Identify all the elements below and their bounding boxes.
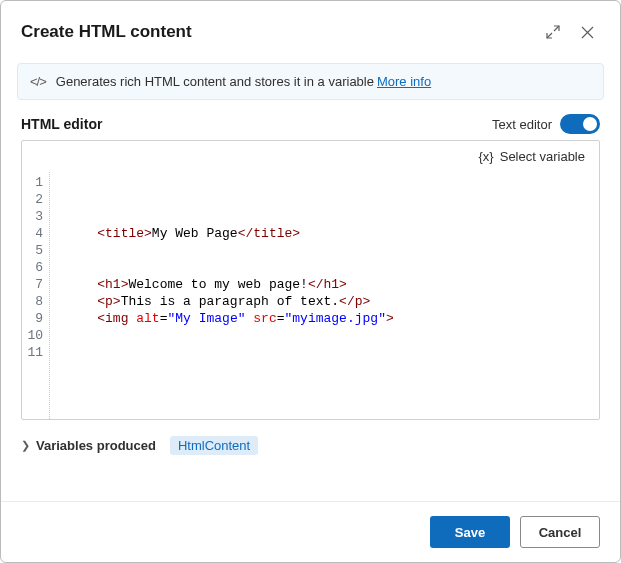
code-line[interactable] <box>66 174 599 191</box>
line-number: 7 <box>22 276 43 293</box>
more-info-link[interactable]: More info <box>377 74 431 89</box>
variables-label: Variables produced <box>36 438 156 453</box>
editor-label: HTML editor <box>21 116 492 132</box>
select-variable-button[interactable]: Select variable <box>500 149 585 164</box>
line-number: 9 <box>22 310 43 327</box>
code-line[interactable] <box>66 208 599 225</box>
chevron-right-icon: ❯ <box>21 439 30 452</box>
cancel-button[interactable]: Cancel <box>520 516 600 548</box>
code-line[interactable]: <p>This is a paragraph of text.</p> <box>66 293 599 310</box>
variable-pill[interactable]: HtmlContent <box>170 436 258 455</box>
text-editor-label: Text editor <box>492 117 552 132</box>
editor-header-row: HTML editor Text editor <box>21 114 600 134</box>
text-editor-toggle[interactable] <box>560 114 600 134</box>
line-number: 4 <box>22 225 43 242</box>
line-gutter: 1234567891011 <box>22 172 50 419</box>
line-number: 2 <box>22 191 43 208</box>
code-lines[interactable]: <title>My Web Page</title> <h1>Welcome t… <box>50 172 599 419</box>
dialog-body: HTML editor Text editor {x} Select varia… <box>1 114 620 501</box>
dialog-footer: Save Cancel <box>1 501 620 562</box>
line-number: 8 <box>22 293 43 310</box>
code-line[interactable]: <h1>Welcome to my web page!</h1> <box>66 276 599 293</box>
info-bar: </> Generates rich HTML content and stor… <box>17 63 604 100</box>
line-number: 3 <box>22 208 43 225</box>
expand-icon[interactable] <box>536 15 570 49</box>
editor-toolbar: {x} Select variable <box>22 141 599 172</box>
code-line[interactable] <box>66 242 599 259</box>
line-number: 1 <box>22 174 43 191</box>
info-text: Generates rich HTML content and stores i… <box>56 74 374 89</box>
code-line[interactable] <box>66 259 599 276</box>
code-line[interactable] <box>66 344 599 361</box>
line-number: 11 <box>22 344 43 361</box>
code-line[interactable]: <title>My Web Page</title> <box>66 225 599 242</box>
line-number: 10 <box>22 327 43 344</box>
dialog: Create HTML content </> Generates rich H… <box>0 0 621 563</box>
variables-row[interactable]: ❯ Variables produced HtmlContent <box>21 438 600 453</box>
line-number: 6 <box>22 259 43 276</box>
code-area[interactable]: 1234567891011 <title>My Web Page</title>… <box>22 172 599 419</box>
dialog-header: Create HTML content <box>1 1 620 61</box>
save-button[interactable]: Save <box>430 516 510 548</box>
close-icon[interactable] <box>570 15 604 49</box>
line-number: 5 <box>22 242 43 259</box>
variable-icon: {x} <box>479 149 494 164</box>
code-icon: </> <box>30 74 46 89</box>
dialog-title: Create HTML content <box>21 22 536 42</box>
editor-box: {x} Select variable 1234567891011 <title… <box>21 140 600 420</box>
code-line[interactable] <box>66 327 599 344</box>
code-line[interactable] <box>66 191 599 208</box>
code-line[interactable]: <img alt="My Image" src="myimage.jpg"> <box>66 310 599 327</box>
